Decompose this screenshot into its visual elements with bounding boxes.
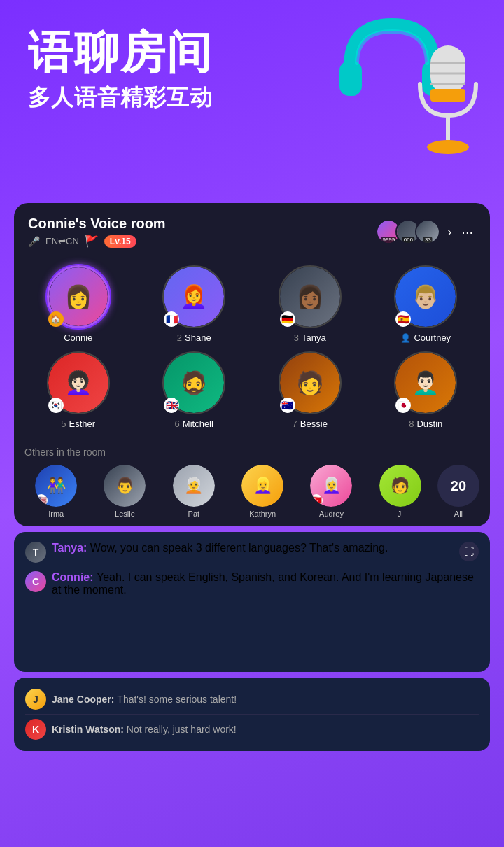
- esther-label: 5 Esther: [61, 419, 95, 429]
- kristin-avatar: K: [25, 719, 46, 740]
- connie-chat-avatar: C: [25, 571, 46, 592]
- chat-message-connie: C Connie: Yeah. I can speak English, Spa…: [25, 571, 479, 596]
- other-audrey[interactable]: 👩‍🦳 🇹🇷 Audrey: [300, 465, 363, 518]
- bottom-chats: J Jane Cooper: That's! some serious tale…: [14, 678, 490, 751]
- esther-avatar-wrap: 👩🏻‍🦱 🇰🇷: [47, 351, 110, 414]
- kristin-message: Kristin Watson: Not really, just hard wo…: [52, 724, 237, 735]
- irma-name: Irma: [48, 510, 64, 518]
- tanya-chat-text: Tanya: Wow, you can speak 3 different la…: [52, 542, 454, 554]
- other-irma[interactable]: 👫 🇺🇸 Irma: [24, 465, 88, 518]
- card-header-right: 9999 666 33 › ···: [376, 219, 476, 244]
- top-section: 语聊房间 多人语音精彩互动: [0, 0, 504, 196]
- illustration: [322, 10, 490, 186]
- chat-section: T Tanya: Wow, you can speak 3 different …: [14, 532, 490, 672]
- bessie-label: 7 Bessie: [293, 419, 328, 429]
- others-label: Others in the room: [24, 447, 479, 458]
- shane-flag: 🇫🇷: [164, 312, 179, 327]
- all-button[interactable]: 20: [438, 465, 479, 507]
- speakers-section: 👩 🏠 Connie 👩‍🦰 🇫🇷 2 Sha: [14, 255, 490, 440]
- tanya-avatar-wrap: 👩🏾 🇩🇪: [279, 265, 342, 328]
- speaker-tanya[interactable]: 👩🏾 🇩🇪 3 Tanya: [256, 265, 364, 343]
- audrey-avatar: 👩‍🦳 🇹🇷: [310, 465, 352, 507]
- microphone-icon: [406, 38, 490, 164]
- pat-name: Pat: [188, 510, 200, 518]
- esther-flag: 🇰🇷: [48, 398, 64, 413]
- dustin-avatar-wrap: 👨🏻‍🦱 🇯🇵: [394, 351, 457, 414]
- kathryn-name: Kathryn: [249, 510, 276, 518]
- other-leslie[interactable]: 👨 Leslie: [93, 465, 156, 518]
- speaker-bessie[interactable]: 🧑 🇦🇺 7 Bessie: [256, 351, 364, 429]
- courtney-flag: 🇪🇸: [396, 312, 411, 327]
- connie-chat-text: Connie: Yeah. I can speak English, Spani…: [52, 571, 479, 596]
- connie-avatar-wrap: 👩 🏠: [47, 265, 110, 328]
- others-row: 👫 🇺🇸 Irma 👨 Leslie 🧑‍🦳 Pat 👱‍♀: [24, 465, 479, 518]
- mitchell-avatar-wrap: 🧔 🇬🇧: [162, 351, 225, 414]
- speaker-esther[interactable]: 👩🏻‍🦱 🇰🇷 5 Esther: [24, 351, 132, 429]
- audrey-flag: 🇹🇷: [310, 494, 323, 507]
- jane-message: Jane Cooper: That's! some serious talent…: [52, 694, 237, 705]
- speaker-mitchell[interactable]: 🧔 🇬🇧 6 Mitchell: [141, 351, 248, 429]
- chevron-button[interactable]: ›: [444, 222, 454, 242]
- courtney-label: 👤 Courtney: [400, 332, 451, 343]
- all-button-wrap[interactable]: 20 All: [438, 465, 479, 518]
- connie-sender: Connie:: [52, 571, 97, 583]
- ja-name: Ji: [398, 510, 403, 518]
- others-section: Others in the room 👫 🇺🇸 Irma 👨 Leslie 🧑‍…: [14, 440, 490, 526]
- avatar-stack: 9999 666 33: [376, 219, 440, 244]
- tanya-label: 3 Tanya: [294, 332, 326, 343]
- speakers-grid: 👩 🏠 Connie 👩‍🦰 🇫🇷 2 Sha: [24, 262, 479, 433]
- chat-expand-button[interactable]: ⛶: [459, 542, 479, 561]
- tanya-chat-avatar: T: [25, 542, 46, 563]
- bessie-flag: 🇦🇺: [280, 398, 295, 413]
- kristin-sender: Kristin Watson:: [52, 724, 127, 735]
- card-header: Connie's Voice room 🎤 EN⇌CN 🚩 Lv.15 9999…: [14, 203, 490, 255]
- mitchell-flag: 🇬🇧: [164, 398, 179, 413]
- chat-message-tanya: T Tanya: Wow, you can speak 3 different …: [25, 542, 479, 563]
- bottom-chat-kristin: K Kristin Watson: Not really, just hard …: [25, 715, 479, 744]
- bottom-chat-jane: J Jane Cooper: That's! some serious tale…: [25, 685, 479, 715]
- room-language: EN⇌CN: [46, 236, 79, 246]
- other-kathryn[interactable]: 👱‍♀️ Kathryn: [231, 465, 294, 518]
- irma-avatar: 👫 🇺🇸: [35, 465, 77, 507]
- mitchell-label: 6 Mitchell: [175, 419, 214, 429]
- irma-flag: 🇺🇸: [35, 494, 48, 507]
- svg-rect-2: [430, 46, 465, 94]
- kathryn-avatar: 👱‍♀️: [241, 465, 284, 507]
- tanya-flag: 🇩🇪: [280, 312, 295, 327]
- speaker-connie[interactable]: 👩 🏠 Connie: [24, 265, 132, 343]
- all-label: All: [454, 510, 463, 518]
- ja-avatar: 🧑: [379, 465, 421, 507]
- svg-point-7: [427, 140, 469, 154]
- svg-rect-0: [340, 61, 362, 96]
- courtney-avatar-wrap: 👨🏼 🇪🇸: [394, 265, 457, 328]
- dustin-label: 8 Dustin: [409, 419, 442, 429]
- tanya-message: Wow, you can speak 3 different languages…: [90, 542, 388, 554]
- more-button[interactable]: ···: [458, 221, 476, 243]
- shane-avatar-wrap: 👩‍🦰 🇫🇷: [162, 265, 225, 328]
- speaker-dustin[interactable]: 👨🏻‍🦱 🇯🇵 8 Dustin: [372, 351, 480, 429]
- svg-rect-8: [430, 89, 465, 102]
- host-badge: 🏠: [48, 312, 64, 327]
- pat-avatar: 🧑‍🦳: [173, 465, 215, 507]
- audrey-name: Audrey: [319, 510, 344, 518]
- voice-room-card: Connie's Voice room 🎤 EN⇌CN 🚩 Lv.15 9999…: [14, 203, 490, 526]
- connie-message: Yeah. I can speak English, Spanish, and …: [52, 571, 474, 596]
- dustin-flag: 🇯🇵: [396, 398, 411, 413]
- other-pat[interactable]: 🧑‍🦳 Pat: [162, 465, 225, 518]
- leslie-name: Leslie: [115, 510, 135, 518]
- leslie-avatar: 👨: [104, 465, 146, 507]
- stack-avatar-3: 33: [415, 219, 440, 244]
- card-header-left: Connie's Voice room 🎤 EN⇌CN 🚩 Lv.15: [28, 216, 166, 248]
- room-meta: 🎤 EN⇌CN 🚩 Lv.15: [28, 234, 166, 248]
- jane-avatar: J: [25, 689, 46, 710]
- other-ja[interactable]: 🧑 Ji: [369, 465, 432, 518]
- level-badge: Lv.15: [104, 235, 136, 248]
- bessie-avatar-wrap: 🧑 🇦🇺: [279, 351, 342, 414]
- tanya-sender: Tanya:: [52, 542, 90, 554]
- jane-sender: Jane Cooper:: [52, 694, 117, 705]
- room-title: Connie's Voice room: [28, 216, 166, 232]
- speaker-courtney[interactable]: 👨🏼 🇪🇸 👤 Courtney: [372, 265, 480, 343]
- connie-label: Connie: [64, 332, 92, 343]
- speaker-shane[interactable]: 👩‍🦰 🇫🇷 2 Shane: [141, 265, 248, 343]
- shane-label: 2 Shane: [177, 332, 211, 343]
